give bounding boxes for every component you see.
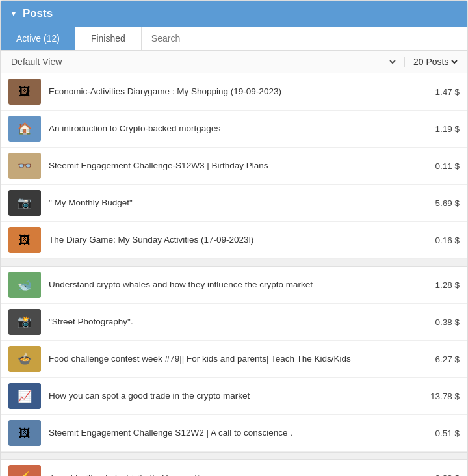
- post-item[interactable]: 🖼Steemit Engagement Challenge S12W2 | A …: [1, 415, 467, 452]
- post-title: " My Monthly Budget": [49, 197, 422, 209]
- post-thumbnail: 🖼: [8, 79, 41, 105]
- section-divider: [1, 452, 467, 460]
- post-value: 0.16 $: [435, 235, 460, 245]
- post-title: The Diary Game: My Sunday Activities (17…: [49, 234, 422, 246]
- post-item[interactable]: 📷" My Monthly Budget"5.69 $: [1, 185, 467, 222]
- post-thumbnail: 📈: [8, 383, 41, 409]
- posts-list: 🖼Economic-Activities Diarygame : My Shop…: [1, 73, 467, 476]
- post-item[interactable]: 📸"Street Photography".0.38 $: [1, 304, 467, 341]
- post-value: 1.28 $: [435, 280, 460, 290]
- post-item[interactable]: 📈How you can spot a good trade in the cr…: [1, 378, 467, 415]
- tab-bar: Active (12) Finished: [1, 27, 467, 51]
- post-item[interactable]: ⚡A world without electricity (In Humans)…: [1, 460, 467, 476]
- post-item[interactable]: 🖼The Diary Game: My Sunday Activities (1…: [1, 222, 467, 259]
- post-title: Understand crypto whales and how they in…: [49, 279, 422, 291]
- post-thumbnail: ⚡: [8, 465, 41, 476]
- post-thumbnail: 📸: [8, 309, 41, 335]
- post-thumbnail: 🐋: [8, 272, 41, 298]
- panel-header: ▼ Posts: [1, 1, 467, 27]
- section-divider: [1, 259, 467, 267]
- post-item[interactable]: 🍲Food challenge contest week #79|| For k…: [1, 341, 467, 378]
- post-title: Economic-Activities Diarygame : My Shopp…: [49, 86, 422, 98]
- post-thumbnail: 🏠: [8, 116, 41, 142]
- post-title: An introduction to Crypto-backed mortgag…: [49, 123, 422, 135]
- post-thumbnail: 🍲: [8, 346, 41, 372]
- search-input[interactable]: [142, 27, 467, 50]
- post-value: 0.33 $: [435, 473, 460, 477]
- panel-title: Posts: [23, 7, 53, 20]
- post-value: 1.47 $: [435, 87, 460, 97]
- post-item[interactable]: 🐋Understand crypto whales and how they i…: [1, 267, 467, 304]
- post-title: Steemit Engagement Challenge S12W2 | A c…: [49, 427, 422, 439]
- post-item[interactable]: 👓Steemit Engagement Challenge-S12W3 | Bi…: [1, 148, 467, 185]
- post-title: Steemit Engagement Challenge-S12W3 | Bir…: [49, 160, 422, 172]
- post-value: 1.19 $: [435, 124, 460, 134]
- post-title: A world without electricity (In Humans)": [49, 472, 422, 476]
- filter-bar: Default View | 20 Posts: [1, 51, 467, 73]
- post-title: "Street Photography".: [49, 316, 422, 328]
- view-select[interactable]: Default View: [8, 56, 398, 68]
- collapse-arrow-icon: ▼: [10, 9, 18, 18]
- post-thumbnail: 🖼: [8, 420, 41, 446]
- tab-active[interactable]: Active (12): [1, 27, 75, 50]
- post-title: Food challenge contest week #79|| For ki…: [49, 353, 422, 365]
- post-thumbnail: 📷: [8, 190, 41, 216]
- post-value: 13.78 $: [430, 391, 460, 401]
- post-value: 5.69 $: [435, 198, 460, 208]
- posts-panel: ▼ Posts Active (12) Finished Default Vie…: [0, 0, 468, 476]
- post-item[interactable]: 🖼Economic-Activities Diarygame : My Shop…: [1, 73, 467, 111]
- post-value: 0.51 $: [435, 429, 460, 438]
- tab-finished[interactable]: Finished: [75, 27, 142, 50]
- post-value: 6.27 $: [435, 354, 460, 364]
- post-item[interactable]: 🏠An introduction to Crypto-backed mortga…: [1, 111, 467, 148]
- post-value: 0.11 $: [435, 161, 460, 171]
- post-value: 0.38 $: [435, 317, 460, 327]
- post-thumbnail: 🖼: [8, 227, 41, 253]
- posts-count-select[interactable]: 20 Posts: [411, 56, 460, 68]
- post-title: How you can spot a good trade in the cry…: [49, 390, 417, 402]
- post-thumbnail: 👓: [8, 153, 41, 179]
